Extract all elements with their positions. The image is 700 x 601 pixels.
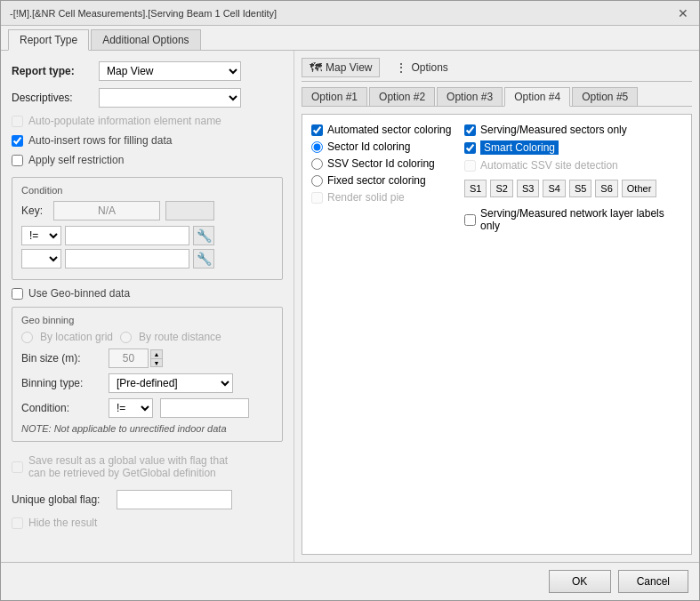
by-location-grid-radio[interactable]	[21, 332, 33, 343]
condition-wrench1-button[interactable]: 🔧	[193, 226, 214, 245]
condition-title: Condition	[21, 185, 273, 196]
binning-type-select[interactable]: [Pre-defined] Custom	[109, 373, 233, 393]
tab-additional-options[interactable]: Additional Options	[91, 29, 200, 50]
sector-s4-button[interactable]: S4	[543, 180, 565, 197]
binning-type-row: Binning type: [Pre-defined] Custom	[21, 373, 273, 393]
by-route-distance-radio[interactable]	[120, 332, 132, 343]
condition-wrench2-button[interactable]: 🔧	[193, 249, 214, 268]
geo-condition-label: Condition:	[21, 402, 101, 414]
coloring-section: Automated sector coloring Sector Id colo…	[311, 124, 682, 232]
report-type-row: Report type: Map View Table Chart	[12, 61, 283, 81]
save-result-label1: Save result as a global value with flag …	[28, 454, 228, 467]
coloring-left: Automated sector coloring Sector Id colo…	[311, 124, 454, 232]
smart-coloring-row: Smart Coloring	[464, 140, 682, 155]
smart-coloring-label: Smart Coloring	[480, 140, 559, 155]
sector-s6-button[interactable]: S6	[595, 180, 617, 197]
options-icon: ⋮	[395, 60, 407, 75]
tab-map-view[interactable]: 🗺 Map View	[302, 58, 380, 77]
opt-tab-4[interactable]: Option #4	[504, 87, 570, 107]
map-icon: 🗺	[310, 60, 322, 75]
dialog: -[!M].[&NR Cell Measurements].[Serving B…	[0, 0, 700, 601]
key-button[interactable]	[165, 201, 214, 220]
auto-ssv-checkbox[interactable]	[464, 160, 476, 172]
option-tabs: Option #1 Option #2 Option #3 Option #4 …	[302, 87, 692, 107]
ssv-sector-id-radio[interactable]	[311, 158, 323, 170]
bin-size-input[interactable]	[109, 349, 149, 368]
options-content: Automated sector coloring Sector Id colo…	[302, 114, 692, 555]
condition-row-2: != = 🔧	[21, 249, 273, 268]
opt-tab-2[interactable]: Option #2	[369, 87, 435, 106]
key-input[interactable]	[53, 201, 160, 220]
opt-tab-5[interactable]: Option #5	[572, 87, 638, 106]
global-flag-input[interactable]	[117, 490, 232, 509]
dialog-title: -[!M].[&NR Cell Measurements].[Serving B…	[10, 8, 277, 19]
by-location-grid-label: By location grid	[40, 331, 113, 343]
condition-op2-select[interactable]: != =	[21, 249, 61, 268]
ok-button[interactable]: OK	[549, 570, 611, 593]
sector-s3-button[interactable]: S3	[517, 180, 539, 197]
save-result-text: Save result as a global value with flag …	[28, 454, 228, 479]
geo-binned-row: Use Geo-binned data	[12, 287, 283, 300]
close-button[interactable]: ✕	[676, 6, 690, 20]
wrench-icon: 🔧	[197, 228, 212, 243]
descriptives-select[interactable]	[99, 88, 241, 108]
fixed-sector-row: Fixed sector coloring	[311, 174, 454, 187]
sector-s1-button[interactable]: S1	[464, 180, 487, 197]
auto-populate-label: Auto-populate information element name	[28, 115, 221, 127]
sector-buttons-row: S1 S2 S3 S4 S5 S6 Other	[464, 180, 682, 197]
condition-value1-input[interactable]	[65, 226, 189, 245]
apply-self-restriction-row: Apply self restriction	[12, 154, 283, 166]
render-solid-row: Render solid pie	[311, 191, 454, 204]
tab-report-type[interactable]: Report Type	[8, 29, 89, 51]
geo-condition-input[interactable]	[160, 398, 249, 418]
coloring-right: Serving/Measured sectors only Smart Colo…	[464, 124, 682, 232]
auto-ssv-row: Automatic SSV site detection	[464, 159, 682, 172]
title-bar: -[!M].[&NR Cell Measurements].[Serving B…	[1, 1, 699, 26]
sector-s2-button[interactable]: S2	[490, 180, 512, 197]
map-view-label: Map View	[326, 61, 372, 74]
bin-size-spinner: ▲ ▼	[109, 349, 163, 368]
descriptives-row: Descriptives:	[12, 88, 283, 108]
wrench-icon-2: 🔧	[197, 252, 212, 266]
geo-binned-label: Use Geo-binned data	[28, 287, 130, 300]
geo-condition-row: Condition: != =	[21, 398, 273, 418]
right-panel: 🗺 Map View ⋮ Options Option #1 Option #2…	[294, 51, 699, 562]
serving-measured-row: Serving/Measured sectors only	[464, 124, 682, 136]
render-solid-checkbox[interactable]	[311, 192, 323, 204]
geo-condition-op-select[interactable]: != =	[109, 398, 153, 418]
content-area: Report type: Map View Table Chart Descri…	[1, 51, 699, 562]
geo-note: NOTE: Not applicable to unrectified indo…	[21, 423, 273, 434]
cancel-button[interactable]: Cancel	[618, 570, 688, 593]
report-type-select[interactable]: Map View Table Chart	[99, 61, 241, 81]
condition-op1-select[interactable]: != = < >	[21, 226, 61, 245]
save-result-checkbox[interactable]	[12, 461, 23, 473]
save-result-row: Save result as a global value with flag …	[12, 454, 283, 479]
serving-measured-checkbox[interactable]	[464, 124, 476, 136]
fixed-sector-radio[interactable]	[311, 175, 323, 187]
automated-sector-checkbox[interactable]	[311, 124, 323, 136]
opt-tab-3[interactable]: Option #3	[437, 87, 503, 106]
tab-options[interactable]: ⋮ Options	[387, 58, 455, 77]
condition-row-1: != = < > 🔧	[21, 226, 273, 245]
bin-size-row: Bin size (m): ▲ ▼	[21, 349, 273, 368]
auto-insert-checkbox[interactable]	[12, 135, 23, 147]
descriptives-label: Descriptives:	[12, 92, 92, 104]
network-labels-checkbox[interactable]	[464, 214, 476, 226]
condition-value2-input[interactable]	[65, 249, 189, 268]
sector-id-radio[interactable]	[311, 141, 323, 153]
key-row: Key:	[21, 201, 273, 220]
opt-tab-1[interactable]: Option #1	[302, 87, 367, 106]
sector-other-button[interactable]: Other	[622, 180, 657, 197]
geo-binned-checkbox[interactable]	[12, 288, 23, 300]
auto-populate-checkbox[interactable]	[12, 116, 23, 127]
hide-result-checkbox[interactable]	[12, 517, 23, 529]
spin-down-button[interactable]: ▼	[150, 358, 163, 367]
auto-ssv-label: Automatic SSV site detection	[480, 159, 618, 172]
key-label: Key:	[21, 204, 48, 217]
spin-up-button[interactable]: ▲	[150, 349, 163, 358]
right-tabs-bar: 🗺 Map View ⋮ Options	[302, 58, 692, 82]
network-labels-row: Serving/Measured network layer labels on…	[464, 207, 682, 232]
smart-coloring-checkbox[interactable]	[464, 142, 476, 154]
sector-s5-button[interactable]: S5	[569, 180, 591, 197]
apply-self-restriction-checkbox[interactable]	[12, 155, 23, 166]
